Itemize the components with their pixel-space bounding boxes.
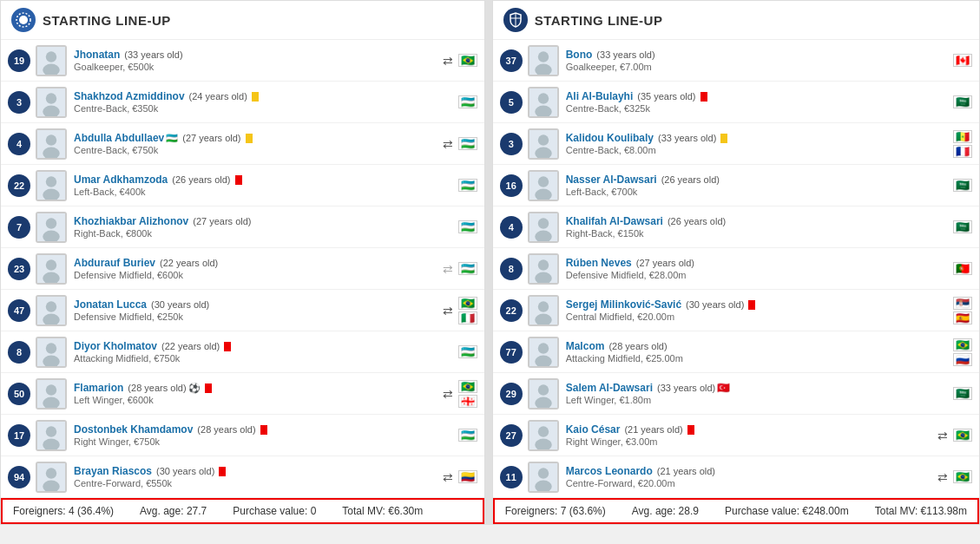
player-details: Right-Back, €800k	[74, 228, 450, 239]
table-row: 27Kaio César(21 years old)Right Winger, …	[493, 415, 979, 456]
player-name[interactable]: Dostonbek Khamdamov	[74, 423, 193, 436]
jersey-number: 16	[500, 174, 523, 197]
player-details: Centre-Back, €8.00m	[566, 145, 944, 155]
player-avatar	[36, 378, 67, 410]
player-name[interactable]: Jonatan Lucca	[74, 298, 147, 311]
player-name[interactable]: Bono	[566, 49, 593, 61]
team-header: STARTING LINE-UP	[493, 1, 979, 40]
player-name[interactable]: Ali Al-Bulayhi	[566, 90, 634, 102]
player-flags: 🇺🇿	[458, 262, 477, 275]
player-age: (24 years old)	[189, 91, 247, 102]
player-action-icons: ⇄	[443, 54, 453, 68]
player-action-icons: ⇄	[443, 304, 453, 318]
svg-point-0	[19, 16, 28, 24]
stat-foreigners: Foreigners: 7 (63.6%)	[505, 505, 606, 517]
player-name[interactable]: Kaio César	[566, 423, 621, 436]
player-name[interactable]: Diyor Kholmatov	[74, 340, 157, 352]
player-avatar	[528, 128, 559, 160]
player-info: Umar Adkhamzoda(26 years old)Left-Back, …	[74, 174, 450, 197]
player-avatar	[36, 212, 67, 243]
jersey-number: 3	[500, 133, 523, 155]
player-action-icons: ⇄	[443, 470, 453, 484]
jersey-number: 23	[8, 258, 30, 280]
table-row: 7Khozhiakbar Alizhonov(27 years old)Righ…	[1, 206, 484, 248]
player-details: Centre-Back, €350k	[74, 103, 450, 114]
player-age: (28 years old)	[197, 424, 255, 435]
svg-point-63	[537, 426, 548, 436]
player-flags: 🇺🇿	[458, 429, 477, 442]
team-title: STARTING LINE-UP	[535, 13, 663, 28]
red-card-icon	[700, 92, 707, 102]
jersey-number: 50	[8, 383, 30, 405]
substitution-icon: ⇄	[937, 429, 948, 442]
player-info: Salem Al-Dawsari(33 years old)🇹🇷Left Win…	[566, 382, 944, 405]
player-name[interactable]: Shakhzod Azmiddinov	[74, 90, 185, 102]
player-flags: 🇸🇦	[953, 179, 972, 192]
player-info: Abdulla Abdullaev 🇺🇿(27 years old)Centre…	[74, 132, 439, 155]
yellow-card-icon	[246, 134, 253, 143]
table-row: 8Rúben Neves(27 years old)Defensive Midf…	[493, 248, 979, 290]
player-avatar	[36, 170, 67, 201]
player-name[interactable]: Khalifah Al-Dawsari	[566, 215, 663, 227]
player-info: Kalidou Koulibaly(33 years old)Centre-Ba…	[566, 132, 944, 155]
player-info: Marcos Leonardo(21 years old)Centre-Forw…	[566, 465, 934, 488]
player-details: Right Winger, €3.00m	[566, 436, 934, 447]
jersey-number: 8	[500, 258, 523, 280]
player-details: Centre-Forward, €20.00m	[566, 478, 934, 488]
substitution-icon: ⇄	[443, 470, 453, 484]
player-details: Centre-Back, €750k	[74, 145, 439, 155]
player-avatar	[36, 420, 67, 451]
svg-point-57	[537, 343, 548, 353]
player-name[interactable]: Umar Adkhamzoda	[74, 174, 168, 186]
player-age: (33 years old)	[124, 49, 182, 60]
player-name[interactable]: Sergej Milinković-Savić	[566, 298, 681, 311]
player-name[interactable]: Flamarion	[74, 382, 123, 394]
player-age: (21 years old)	[657, 466, 715, 476]
team-header: STARTING LINE-UP	[1, 1, 484, 40]
jersey-number: 29	[500, 383, 523, 405]
table-row: 19Jhonatan(33 years old)Goalkeeper, €500…	[1, 40, 484, 82]
substitution-icon: ⇄	[443, 387, 453, 401]
player-name[interactable]: Malcom	[566, 340, 605, 352]
main-container: STARTING LINE-UP19Jhonatan(33 years old)…	[0, 0, 980, 525]
svg-point-54	[537, 301, 548, 311]
table-row: 3Kalidou Koulibaly(33 years old)Centre-B…	[493, 123, 979, 165]
player-avatar	[36, 253, 67, 285]
svg-point-51	[537, 259, 548, 270]
svg-point-21	[46, 301, 56, 311]
table-row: 4Abdulla Abdullaev 🇺🇿(27 years old)Centr…	[1, 123, 484, 165]
player-details: Right-Back, €150k	[566, 228, 944, 239]
jersey-number: 94	[8, 466, 30, 488]
red-card-icon	[748, 300, 755, 310]
player-name[interactable]: Khozhiakbar Alizhonov	[74, 215, 188, 227]
player-name[interactable]: Salem Al-Dawsari	[566, 382, 653, 394]
player-details: Attacking Midfield, €25.00m	[566, 353, 944, 364]
table-row: 5Ali Al-Bulayhi(35 years old)Centre-Back…	[493, 82, 979, 123]
player-avatar	[528, 295, 559, 326]
player-info: Brayan Riascos(30 years old)Centre-Forwa…	[74, 465, 439, 488]
jersey-number: 4	[8, 133, 30, 155]
player-action-icons: ⇄	[443, 262, 453, 276]
player-name[interactable]: Brayan Riascos	[74, 465, 152, 477]
player-name[interactable]: Marcos Leonardo	[566, 465, 653, 477]
player-name[interactable]: Abdurauf Buriev	[74, 257, 155, 269]
table-row: 8Diyor Kholmatov(22 years old)Attacking …	[1, 331, 484, 373]
red-card-icon	[205, 383, 212, 393]
player-name[interactable]: Rúben Neves	[566, 257, 632, 269]
player-name[interactable]: Abdulla Abdullaev	[74, 132, 164, 144]
svg-point-45	[537, 176, 548, 187]
player-flags: 🇷🇸🇪🇸	[953, 297, 972, 324]
player-name[interactable]: Kalidou Koulibaly	[566, 132, 654, 144]
player-name[interactable]: Jhonatan	[74, 49, 120, 61]
jersey-number: 37	[500, 49, 523, 72]
table-row: 17Dostonbek Khamdamov(28 years old)Right…	[1, 415, 484, 456]
player-name[interactable]: Nasser Al-Dawsari	[566, 174, 657, 186]
player-details: Goalkeeper, €7.00m	[566, 62, 944, 72]
player-avatar	[528, 337, 559, 368]
player-info: Diyor Kholmatov(22 years old)Attacking M…	[74, 340, 450, 364]
svg-point-66	[537, 468, 548, 478]
player-avatar	[528, 378, 559, 410]
jersey-number: 27	[500, 424, 523, 447]
player-info: Flamarion(28 years old)⚽Left Winger, €60…	[74, 382, 439, 405]
red-card-icon	[224, 342, 231, 351]
